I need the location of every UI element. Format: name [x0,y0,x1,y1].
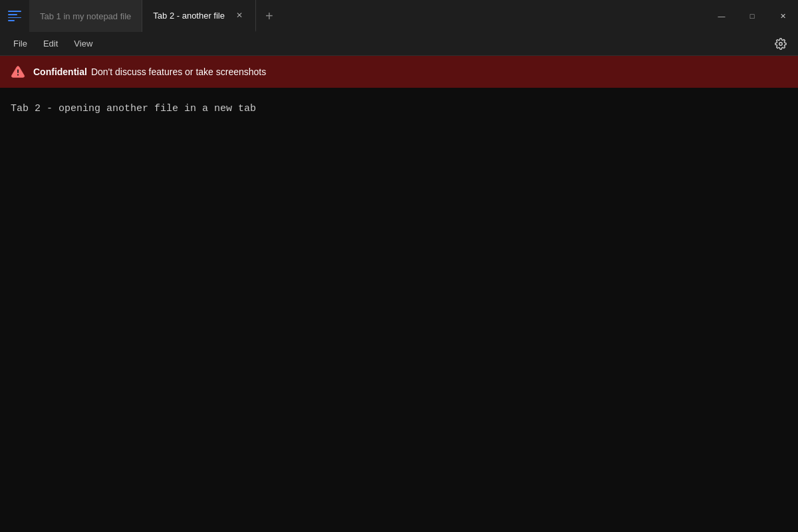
confidential-banner: ConfidentialDon't discuss features or ta… [0,56,798,88]
window-controls: — □ ✕ [706,0,798,32]
tab-2-label: Tab 2 - another file [153,11,225,21]
content-area[interactable]: Tab 2 - opening another file in a new ta… [0,88,798,532]
menu-view[interactable]: View [66,35,100,53]
tab-1[interactable]: Tab 1 in my notepad file [29,0,142,32]
menu-edit[interactable]: Edit [35,35,66,53]
minimize-button[interactable]: — [706,0,737,32]
close-button[interactable]: ✕ [767,0,798,32]
maximize-button[interactable]: □ [737,0,767,32]
settings-icon[interactable] [769,32,793,56]
title-bar: Tab 1 in my notepad file Tab 2 - another… [0,0,798,32]
file-content: Tab 2 - opening another file in a new ta… [11,101,787,117]
svg-point-0 [779,42,783,45]
banner-bold: Confidential [33,66,87,77]
notepad-app-icon [8,11,21,21]
warning-icon [11,65,25,79]
tab-1-label: Tab 1 in my notepad file [40,11,131,21]
tab-2-close-button[interactable]: ✕ [234,10,245,21]
banner-text: ConfidentialDon't discuss features or ta… [33,66,266,77]
tabs-container: Tab 1 in my notepad file Tab 2 - another… [29,0,706,32]
menu-file[interactable]: File [5,35,35,53]
banner-message: Don't discuss features or take screensho… [91,66,266,77]
app-icon-area [0,0,29,32]
tab-2[interactable]: Tab 2 - another file ✕ [142,0,256,32]
menu-bar: File Edit View [0,32,798,56]
new-tab-button[interactable]: + [256,0,283,32]
